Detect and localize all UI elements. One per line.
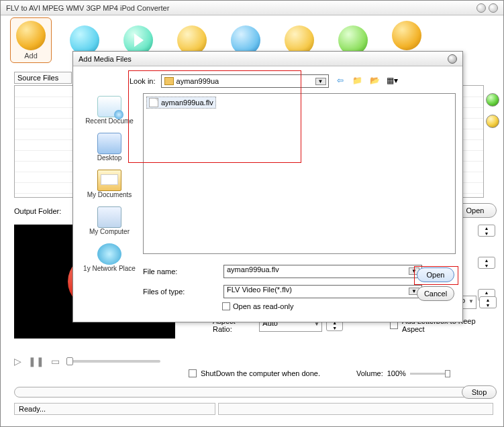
dialog-open-button[interactable]: Open bbox=[417, 267, 454, 282]
back-icon[interactable]: ⇦ bbox=[334, 76, 346, 86]
source-files-label: Source Files bbox=[14, 72, 72, 84]
stop-control-icon[interactable]: ▭ bbox=[51, 356, 60, 367]
mydocs-icon bbox=[97, 170, 121, 191]
mycomp-icon bbox=[97, 206, 121, 228]
place-mycomp[interactable]: My Computer bbox=[78, 204, 141, 238]
remove-item-button[interactable] bbox=[486, 115, 499, 128]
seek-slider[interactable] bbox=[66, 360, 160, 363]
add-media-dialog: Add Media Files Look in: ayman999ua ⇦ 📁 … bbox=[72, 51, 463, 322]
status-bar-left: Ready... bbox=[14, 403, 215, 415]
spinner-1[interactable]: ▲▼ bbox=[478, 225, 495, 237]
exit-icon bbox=[392, 21, 421, 50]
file-type-label: Files of type: bbox=[143, 288, 217, 296]
desktop-icon bbox=[97, 133, 121, 154]
place-mydocs[interactable]: My Documents bbox=[78, 167, 141, 201]
shutdown-label: ShutDown the computer when done. bbox=[201, 369, 320, 377]
recent-icon bbox=[97, 96, 121, 117]
read-only-label: Open as read-only bbox=[233, 302, 294, 310]
look-in-value: ayman999ua bbox=[177, 77, 219, 85]
dialog-body: Look in: ayman999ua ⇦ 📁 📂 ▦▾ Recent Docu… bbox=[73, 66, 462, 321]
place-desktop[interactable]: Desktop bbox=[78, 130, 141, 164]
read-only-checkbox[interactable] bbox=[222, 302, 230, 310]
file-icon bbox=[149, 98, 158, 107]
playback-controls: ▷ ❚❚ ▭ bbox=[14, 356, 160, 367]
minimize-button[interactable] bbox=[476, 3, 486, 13]
view-menu-icon[interactable]: ▦▾ bbox=[387, 76, 399, 86]
places-bar: Recent Docume Desktop My Documents My Co… bbox=[77, 93, 142, 317]
shutdown-row: ShutDown the computer when done. bbox=[189, 369, 320, 377]
dialog-cancel-button[interactable]: Cancel bbox=[417, 286, 454, 301]
file-name-row: File name: ayman999ua.flv bbox=[143, 265, 422, 278]
list-side-buttons bbox=[486, 93, 499, 128]
seek-thumb[interactable] bbox=[66, 357, 73, 365]
file-list-area[interactable]: ayman999ua.flv bbox=[143, 93, 456, 254]
add-label: Add bbox=[24, 52, 38, 60]
output-folder-label: Output Folder: bbox=[14, 207, 61, 215]
volume-row: Volume: 100% bbox=[356, 369, 450, 377]
place-recent[interactable]: Recent Docume bbox=[78, 93, 141, 127]
spinner-4[interactable]: ▲▼ bbox=[479, 296, 497, 308]
mynet-icon bbox=[97, 243, 121, 265]
shutdown-checkbox[interactable] bbox=[189, 369, 197, 377]
status-bar-right bbox=[218, 403, 493, 415]
stop-button[interactable]: Stop bbox=[462, 385, 497, 399]
new-folder-icon[interactable]: 📂 bbox=[369, 76, 381, 86]
place-mynet[interactable]: 1y Network Place bbox=[78, 241, 141, 275]
look-in-label: Look in: bbox=[130, 77, 156, 85]
progress-bar bbox=[14, 387, 470, 398]
file-item-name: ayman999ua.flv bbox=[161, 99, 213, 107]
file-name-input[interactable]: ayman999ua.flv bbox=[223, 265, 422, 278]
file-item[interactable]: ayman999ua.flv bbox=[146, 97, 216, 109]
read-only-row: Open as read-only bbox=[222, 302, 294, 310]
folder-icon bbox=[164, 77, 174, 85]
dialog-title: Add Media Files bbox=[79, 55, 448, 63]
add-icon bbox=[16, 21, 46, 50]
pause-control-icon[interactable]: ❚❚ bbox=[28, 356, 44, 367]
up-folder-icon[interactable]: 📁 bbox=[352, 76, 364, 86]
look-in-row: Look in: ayman999ua ⇦ 📁 📂 ▦▾ bbox=[130, 74, 399, 88]
file-name-label: File name: bbox=[143, 267, 217, 276]
volume-label: Volume: bbox=[356, 369, 383, 377]
volume-thumb[interactable] bbox=[445, 370, 450, 377]
file-type-row: Files of type: FLV Video File(*.flv) bbox=[143, 285, 422, 298]
main-window: FLV to AVI MPEG WMV 3GP MP4 iPod Convert… bbox=[0, 0, 504, 427]
dialog-nav-icons: ⇦ 📁 📂 ▦▾ bbox=[334, 76, 399, 86]
titlebar: FLV to AVI MPEG WMV 3GP MP4 iPod Convert… bbox=[1, 1, 503, 15]
volume-slider[interactable] bbox=[410, 373, 450, 375]
play-control-icon[interactable]: ▷ bbox=[14, 356, 21, 367]
add-button[interactable]: Add bbox=[10, 17, 52, 63]
window-title: FLV to AVI MPEG WMV 3GP MP4 iPod Convert… bbox=[6, 4, 476, 12]
close-button[interactable] bbox=[489, 3, 498, 13]
file-type-select[interactable]: FLV Video File(*.flv) bbox=[223, 285, 422, 298]
volume-value: 100% bbox=[387, 369, 406, 377]
dialog-close-button[interactable] bbox=[448, 54, 457, 64]
add-item-button[interactable] bbox=[486, 93, 499, 107]
look-in-select[interactable]: ayman999ua bbox=[161, 74, 329, 88]
window-controls bbox=[476, 3, 498, 13]
dialog-titlebar: Add Media Files bbox=[73, 52, 462, 66]
spinner-2[interactable]: ▲▼ bbox=[478, 257, 495, 269]
